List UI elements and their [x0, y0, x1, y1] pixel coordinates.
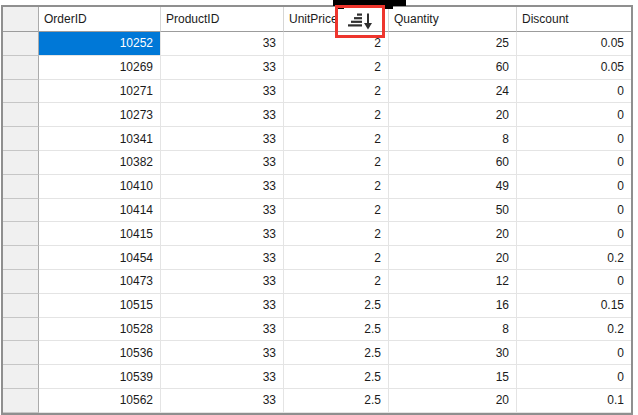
- grid-cell[interactable]: 33: [161, 127, 284, 151]
- sort-descending-icon[interactable]: [347, 12, 374, 31]
- grid-cell[interactable]: 0.2: [517, 318, 631, 342]
- grid-cell[interactable]: 10454: [39, 246, 161, 270]
- grid-cell[interactable]: 10273: [39, 103, 161, 127]
- grid-cell[interactable]: 8: [389, 127, 517, 151]
- grid-cell[interactable]: 33: [161, 32, 284, 56]
- grid-cell[interactable]: 33: [161, 175, 284, 199]
- row-header-cell[interactable]: [3, 389, 39, 413]
- grid-cell[interactable]: 2: [284, 222, 389, 246]
- grid-cell[interactable]: 60: [389, 151, 517, 175]
- grid-cell[interactable]: 49: [389, 175, 517, 199]
- grid-cell[interactable]: 33: [161, 199, 284, 223]
- grid-cell[interactable]: 2: [284, 246, 389, 270]
- grid-cell[interactable]: 0: [517, 199, 631, 223]
- grid-cell[interactable]: 0: [517, 222, 631, 246]
- grid-cell[interactable]: 0: [517, 175, 631, 199]
- grid-cell[interactable]: 10414: [39, 199, 161, 223]
- grid-cell[interactable]: 33: [161, 246, 284, 270]
- column-header-quantity[interactable]: Quantity: [389, 7, 517, 32]
- grid-cell[interactable]: 0: [517, 341, 631, 365]
- column-header-productid[interactable]: ProductID: [161, 7, 284, 32]
- grid-cell[interactable]: 33: [161, 341, 284, 365]
- grid-cell[interactable]: 33: [161, 151, 284, 175]
- grid-cell[interactable]: 10382: [39, 151, 161, 175]
- row-header-cell[interactable]: [3, 127, 39, 151]
- row-header-cell[interactable]: [3, 270, 39, 294]
- grid-cell[interactable]: 0: [517, 151, 631, 175]
- row-header-cell[interactable]: [3, 56, 39, 80]
- grid-cell[interactable]: 0.05: [517, 32, 631, 56]
- row-header-cell[interactable]: [3, 151, 39, 175]
- grid-cell[interactable]: 12: [389, 270, 517, 294]
- grid-cell[interactable]: 10473: [39, 270, 161, 294]
- grid-cell[interactable]: 0: [517, 127, 631, 151]
- grid-cell[interactable]: 10515: [39, 294, 161, 318]
- grid-cell[interactable]: 10271: [39, 80, 161, 104]
- grid-cell[interactable]: 33: [161, 389, 284, 413]
- row-header-cell[interactable]: [3, 32, 39, 56]
- grid-cell[interactable]: 20: [389, 389, 517, 413]
- grid-cell[interactable]: 10539: [39, 365, 161, 389]
- grid-cell[interactable]: 2: [284, 80, 389, 104]
- row-header-cell[interactable]: [3, 175, 39, 199]
- grid-cell[interactable]: 33: [161, 365, 284, 389]
- row-header-cell[interactable]: [3, 80, 39, 104]
- grid-cell[interactable]: 33: [161, 103, 284, 127]
- row-header-cell[interactable]: [3, 318, 39, 342]
- row-header-cell[interactable]: [3, 103, 39, 127]
- row-header-cell[interactable]: [3, 365, 39, 389]
- grid-cell[interactable]: 2.5: [284, 389, 389, 413]
- grid-cell[interactable]: 15: [389, 365, 517, 389]
- grid-cell[interactable]: 60: [389, 56, 517, 80]
- row-header-cell[interactable]: [3, 199, 39, 223]
- grid-cell[interactable]: 2: [284, 32, 389, 56]
- column-header-orderid[interactable]: OrderID: [39, 7, 161, 32]
- grid-cell[interactable]: 33: [161, 222, 284, 246]
- grid-cell[interactable]: 2: [284, 199, 389, 223]
- row-header-cell[interactable]: [3, 341, 39, 365]
- grid-cell[interactable]: 2: [284, 56, 389, 80]
- grid-cell[interactable]: 2: [284, 175, 389, 199]
- grid-cell[interactable]: 0.1: [517, 389, 631, 413]
- corner-header-cell[interactable]: [3, 7, 39, 32]
- grid-cell[interactable]: 0: [517, 270, 631, 294]
- grid-cell[interactable]: 0.2: [517, 246, 631, 270]
- grid-cell[interactable]: 24: [389, 80, 517, 104]
- grid-cell[interactable]: 33: [161, 294, 284, 318]
- grid-cell[interactable]: 2.5: [284, 365, 389, 389]
- grid-cell[interactable]: 10410: [39, 175, 161, 199]
- grid-cell[interactable]: 8: [389, 318, 517, 342]
- grid-cell[interactable]: 30: [389, 341, 517, 365]
- grid-cell[interactable]: 0: [517, 103, 631, 127]
- row-header-cell[interactable]: [3, 246, 39, 270]
- grid-cell[interactable]: 50: [389, 199, 517, 223]
- grid-cell[interactable]: 33: [161, 270, 284, 294]
- grid-cell[interactable]: 10528: [39, 318, 161, 342]
- grid-cell[interactable]: 2: [284, 103, 389, 127]
- grid-cell[interactable]: 10269: [39, 56, 161, 80]
- grid-cell[interactable]: 10562: [39, 389, 161, 413]
- grid-cell[interactable]: 16: [389, 294, 517, 318]
- grid-cell[interactable]: 33: [161, 56, 284, 80]
- grid-cell[interactable]: 20: [389, 246, 517, 270]
- grid-cell[interactable]: 2.5: [284, 318, 389, 342]
- grid-cell[interactable]: 10341: [39, 127, 161, 151]
- grid-cell[interactable]: 2.5: [284, 341, 389, 365]
- grid-cell[interactable]: 10415: [39, 222, 161, 246]
- grid-cell[interactable]: 2: [284, 151, 389, 175]
- grid-cell[interactable]: 0.15: [517, 294, 631, 318]
- grid-cell[interactable]: 2: [284, 127, 389, 151]
- grid-cell[interactable]: 2.5: [284, 294, 389, 318]
- grid-cell[interactable]: 2: [284, 270, 389, 294]
- grid-cell[interactable]: 0.05: [517, 56, 631, 80]
- grid-cell[interactable]: 33: [161, 318, 284, 342]
- grid-cell[interactable]: 20: [389, 103, 517, 127]
- grid-cell[interactable]: 33: [161, 80, 284, 104]
- grid-cell[interactable]: 0: [517, 365, 631, 389]
- grid-cell[interactable]: 10536: [39, 341, 161, 365]
- row-header-cell[interactable]: [3, 294, 39, 318]
- grid-cell[interactable]: 25: [389, 32, 517, 56]
- grid-cell-selected[interactable]: 10252: [39, 32, 161, 56]
- grid-cell[interactable]: 0: [517, 80, 631, 104]
- column-header-discount[interactable]: Discount: [517, 7, 631, 32]
